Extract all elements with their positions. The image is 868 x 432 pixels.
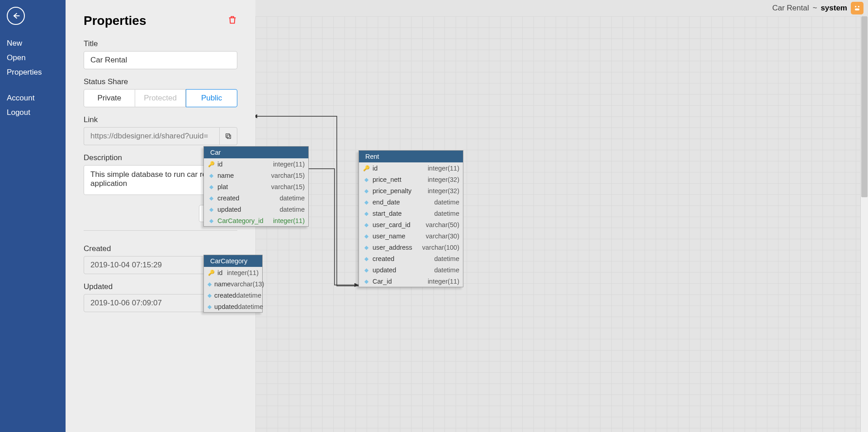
column-name: user_card_id — [370, 221, 410, 228]
status-share-toggle: Private Protected Public — [84, 89, 237, 107]
column-name: CarCategory_id — [215, 217, 264, 224]
column-name: price_penalty — [370, 187, 411, 195]
topbar-sep: ~ — [812, 4, 817, 13]
svg-point-2 — [855, 6, 856, 7]
svg-rect-4 — [855, 9, 859, 10]
table-row[interactable]: ◆user_card_idvarchar(50) — [359, 219, 463, 230]
table-row[interactable]: ◆updateddatetime — [204, 301, 262, 312]
table-row[interactable]: ◆Car_idinteger(11) — [359, 275, 463, 287]
column-name: id — [370, 165, 377, 172]
avatar[interactable] — [851, 2, 863, 14]
column-name: id — [215, 269, 222, 276]
column-name: user_address — [370, 244, 412, 251]
diamond-icon: ◆ — [363, 256, 370, 262]
column-name: end_date — [370, 199, 400, 206]
table-row[interactable]: ◆createddatetime — [359, 253, 463, 264]
table-row[interactable]: ◆platvarchar(15) — [204, 181, 308, 192]
user-icon — [853, 4, 862, 13]
diamond-icon: ◆ — [363, 199, 370, 205]
vertical-scrollbar[interactable] — [860, 16, 868, 432]
column-type: varchar(15) — [271, 172, 305, 179]
diamond-icon: ◆ — [363, 176, 370, 183]
nav-new[interactable]: New — [7, 36, 59, 51]
column-type: integer(32) — [428, 187, 459, 195]
table-row[interactable]: ◆namevarchar(13) — [204, 278, 262, 290]
key-icon: 🔑 — [363, 165, 370, 171]
column-type: datetime — [434, 266, 459, 274]
column-name: start_date — [370, 210, 402, 217]
nav-account[interactable]: Account — [7, 91, 59, 105]
column-name: name — [212, 280, 231, 288]
table-row[interactable]: 🔑idinteger(11) — [359, 162, 463, 174]
column-type: datetime — [434, 255, 459, 262]
column-type: varchar(100) — [422, 244, 459, 251]
copy-link-button[interactable] — [219, 127, 237, 145]
table-row[interactable]: ◆updateddatetime — [204, 204, 308, 215]
column-type: datetime — [279, 195, 305, 202]
table-row[interactable]: ◆createddatetime — [204, 290, 262, 301]
table-row[interactable]: ◆price_nettinteger(32) — [359, 174, 463, 185]
table-row[interactable]: ◆updateddatetime — [359, 264, 463, 275]
canvas[interactable]: Car Rental ~ system Car 🔑idinteger(11)◆n… — [255, 0, 868, 432]
key-icon: 🔑 — [208, 161, 215, 167]
table-row[interactable]: ◆start_datedatetime — [359, 208, 463, 219]
diamond-icon: ◆ — [208, 218, 215, 224]
sidebar: New Open Properties Account Logout — [0, 0, 66, 432]
column-name: created — [215, 195, 239, 202]
status-protected[interactable]: Protected — [135, 89, 186, 107]
table-row[interactable]: 🔑idinteger(11) — [204, 267, 262, 278]
diamond-icon: ◆ — [363, 233, 370, 239]
table-row[interactable]: ◆CarCategory_idinteger(11) — [204, 215, 308, 226]
table-row[interactable]: ◆price_penaltyinteger(32) — [359, 185, 463, 196]
table-row[interactable]: ◆namevarchar(15) — [204, 170, 308, 181]
nav-logout[interactable]: Logout — [7, 105, 59, 120]
column-name: updated — [370, 266, 396, 274]
table-row[interactable]: ◆createddatetime — [204, 192, 308, 204]
column-type: varchar(13) — [231, 280, 264, 288]
column-type: integer(32) — [428, 176, 459, 183]
column-name: updated — [215, 206, 241, 213]
created-label: Created — [84, 244, 237, 253]
table-row[interactable]: 🔑idinteger(11) — [204, 158, 308, 170]
column-type: datetime — [236, 292, 261, 299]
nav-properties[interactable]: Properties — [7, 65, 59, 80]
diamond-icon: ◆ — [208, 304, 212, 310]
column-name: updated — [212, 303, 238, 310]
column-type: varchar(15) — [271, 183, 305, 190]
column-name: created — [370, 255, 394, 262]
title-input[interactable] — [84, 51, 237, 69]
column-name: name — [215, 172, 234, 179]
table-header[interactable]: CarCategory — [204, 255, 262, 267]
table-header[interactable]: Car — [204, 147, 308, 158]
table-car[interactable]: Car 🔑idinteger(11)◆namevarchar(15)◆platv… — [203, 146, 309, 227]
table-rent[interactable]: Rent 🔑idinteger(11)◆price_nettinteger(32… — [359, 150, 463, 287]
table-header[interactable]: Rent — [359, 151, 463, 162]
column-name: id — [215, 161, 222, 168]
column-name: price_nett — [370, 176, 401, 183]
delete-button[interactable] — [227, 14, 237, 27]
table-row[interactable]: ◆end_datedatetime — [359, 196, 463, 208]
diamond-icon: ◆ — [208, 184, 215, 190]
copy-icon — [225, 133, 232, 140]
table-row[interactable]: ◆user_namevarchar(30) — [359, 230, 463, 242]
svg-rect-1 — [226, 134, 230, 138]
diamond-icon: ◆ — [208, 172, 215, 179]
grid-area[interactable]: Car 🔑idinteger(11)◆namevarchar(15)◆platv… — [255, 16, 860, 432]
diamond-icon: ◆ — [208, 206, 215, 213]
separator — [84, 230, 237, 231]
nav-open[interactable]: Open — [7, 51, 59, 65]
diamond-icon: ◆ — [363, 244, 370, 251]
scrollbar-thumb[interactable] — [861, 16, 868, 197]
diamond-icon: ◆ — [208, 281, 212, 287]
table-carcategory[interactable]: CarCategory 🔑idinteger(11)◆namevarchar(1… — [203, 255, 263, 313]
key-icon: 🔑 — [208, 270, 215, 276]
column-type: integer(11) — [227, 269, 259, 276]
back-button[interactable] — [7, 7, 25, 25]
diamond-icon: ◆ — [363, 267, 370, 273]
user-name: system — [821, 4, 847, 13]
status-private[interactable]: Private — [84, 89, 135, 107]
diamond-icon: ◆ — [208, 292, 212, 299]
svg-rect-0 — [227, 135, 231, 138]
table-row[interactable]: ◆user_addressvarchar(100) — [359, 242, 463, 253]
status-public[interactable]: Public — [186, 89, 237, 107]
